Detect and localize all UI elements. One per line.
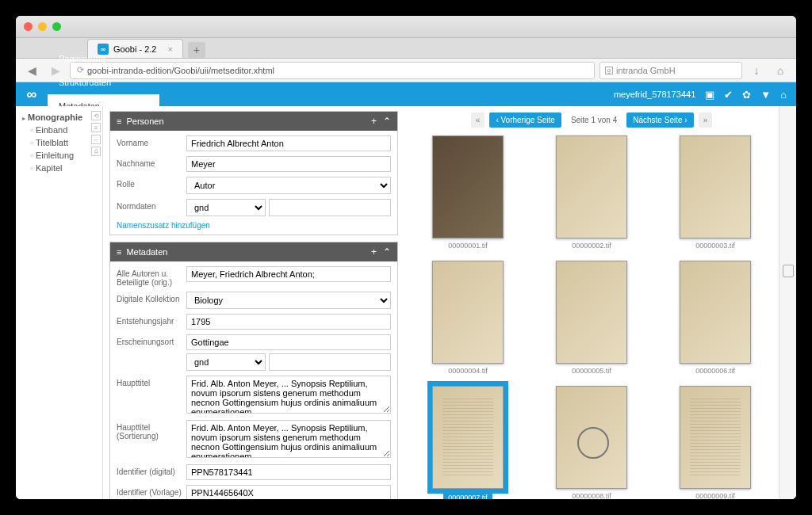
pager-info: Seite 1 von 4 — [566, 116, 622, 124]
forward-button[interactable]: ▶ — [46, 62, 65, 79]
browser-search-input[interactable]: g intranda GmbH — [599, 62, 742, 79]
autoren-input[interactable] — [186, 266, 391, 282]
thumbnail-image — [556, 261, 627, 364]
vorname-input[interactable] — [186, 135, 391, 151]
thumbnail[interactable]: 00000006.tif — [663, 261, 768, 375]
thumbnail[interactable]: 00000001.tif — [416, 135, 520, 250]
tab-close-icon[interactable]: × — [167, 44, 172, 54]
ort-norm-select[interactable]: gnd — [186, 353, 266, 371]
titlebar — [16, 16, 796, 38]
metadaten-panel: ≡ Metadaten +⌃ Alle Autoren u. Beteiligt… — [109, 242, 398, 499]
new-tab-button[interactable]: + — [188, 42, 205, 58]
pager-prev-button[interactable]: ‹ Vorherige Seite — [489, 113, 561, 128]
thumbnail[interactable]: 00000007.tif — [416, 386, 520, 499]
thumbnail-image — [556, 135, 627, 238]
thumbnail[interactable]: 00000002.tif — [539, 135, 644, 250]
tree-item[interactable]: ▫Einleitung — [19, 149, 99, 162]
thumbnail-gallery: « ‹ Vorherige Seite Seite 1 von 4 Nächst… — [404, 106, 779, 499]
pager-next-button[interactable]: Nächste Seite › — [626, 113, 693, 128]
image-icon[interactable]: ▣ — [705, 89, 714, 101]
pager-last-button[interactable]: » — [699, 113, 713, 128]
app-header: ∞ PaginierungStrukturdatenMetadatenAusta… — [16, 82, 796, 106]
thumbnail-label: 00000009.tif — [695, 492, 735, 499]
panel-header[interactable]: ≡ Metadaten +⌃ — [110, 242, 397, 261]
thumbnail-label: 00000002.tif — [572, 242, 611, 250]
thumbnail[interactable]: 00000004.tif — [416, 261, 520, 375]
id-vorlage-input[interactable] — [186, 485, 391, 499]
thumbnail[interactable]: 00000008.tif — [539, 386, 644, 499]
collapse-icon[interactable]: ⌃ — [383, 116, 391, 127]
normdaten-type-select[interactable]: gnd — [186, 199, 266, 216]
tree-action-icon[interactable]: ↔ — [91, 135, 101, 144]
minimize-window-icon[interactable] — [38, 22, 47, 31]
save-icon[interactable]: ▼ — [760, 89, 771, 101]
home-icon[interactable]: ⌂ — [771, 62, 790, 79]
pager: « ‹ Vorherige Seite Seite 1 von 4 Nächst… — [416, 113, 768, 128]
menu-icon: ≡ — [117, 116, 121, 126]
menu-icon: ≡ — [117, 247, 121, 257]
tree-action-icon[interactable]: ≡ — [91, 123, 101, 132]
nachname-input[interactable] — [186, 156, 391, 172]
thumbnail[interactable]: 00000005.tif — [539, 261, 644, 375]
bookmark-icon[interactable] — [783, 265, 794, 277]
maximize-window-icon[interactable] — [52, 22, 61, 31]
sortierung-textarea[interactable]: Frid. Alb. Anton Meyer, ... Synopsis Rep… — [186, 420, 391, 458]
thumbnail-label: 00000003.tif — [695, 242, 735, 250]
thumbnail-label: 00000004.tif — [448, 367, 488, 375]
thumbnail[interactable]: 00000009.tif — [663, 386, 768, 499]
thumbnail-label: 00000007.tif — [443, 492, 492, 499]
tree-root[interactable]: Monographie — [19, 111, 99, 124]
add-icon[interactable]: + — [371, 246, 377, 258]
add-name-suffix-link[interactable]: Namenszusatz hinzufügen — [117, 221, 391, 230]
ort-input[interactable] — [186, 334, 391, 350]
thumbnail-label: 00000006.tif — [695, 367, 735, 375]
pager-first-button[interactable]: « — [471, 113, 485, 128]
personen-panel: ≡ Personen +⌃ Vorname Nachname RolleAuto… — [109, 111, 398, 235]
tree-action-icon[interactable]: ⟲ — [91, 111, 101, 120]
metadata-forms: ≡ Personen +⌃ Vorname Nachname RolleAuto… — [103, 106, 404, 499]
gear-icon[interactable]: ✿ — [742, 89, 751, 101]
thumbnail-label: 00000001.tif — [448, 242, 488, 250]
browser-window: ∞ Goobi - 2.2 × + ◀ ▶ ⟳ goobi-intranda-e… — [16, 16, 796, 499]
right-strip — [779, 106, 796, 499]
thumbnail-image — [432, 135, 504, 238]
tree-item[interactable]: ▫Einband — [19, 124, 99, 136]
thumbnail-image — [680, 261, 751, 364]
download-icon[interactable]: ↓ — [747, 62, 766, 79]
haupttitel-textarea[interactable]: Frid. Alb. Anton Meyer, ... Synopsis Rep… — [186, 376, 391, 414]
kollektion-select[interactable]: Biology — [186, 292, 391, 309]
tree-item[interactable]: ▫Titelblatt — [19, 136, 99, 149]
panel-header[interactable]: ≡ Personen +⌃ — [110, 112, 397, 131]
home-icon[interactable]: ⌂ — [780, 89, 787, 101]
tree-action-icon[interactable]: ⎙ — [91, 147, 101, 156]
id-digital-input[interactable] — [186, 464, 391, 480]
thumbnail-label: 00000008.tif — [572, 492, 611, 499]
check-icon[interactable]: ✔ — [724, 89, 733, 101]
jahr-input[interactable] — [186, 314, 391, 330]
app-logo-icon[interactable]: ∞ — [16, 86, 48, 103]
thumbnail-image — [556, 386, 627, 489]
thumbnail-image — [680, 386, 751, 489]
add-icon[interactable]: + — [371, 116, 377, 127]
thumbnail-image — [680, 135, 751, 238]
thumbnail[interactable]: 00000003.tif — [663, 135, 768, 250]
back-button[interactable]: ◀ — [22, 62, 41, 79]
tree-item[interactable]: ▫Kapitel — [19, 162, 99, 174]
collapse-icon[interactable]: ⌃ — [383, 246, 391, 258]
structure-tree: Monographie ▫Einband▫Titelblatt▫Einleitu… — [16, 106, 103, 499]
thumbnail-image — [432, 386, 504, 489]
thumbnail-label: 00000005.tif — [572, 367, 611, 375]
thumbnail-image — [432, 261, 504, 364]
close-window-icon[interactable] — [24, 22, 33, 31]
rolle-select[interactable]: Autor — [186, 177, 391, 194]
username[interactable]: meyefrid_578173441 — [614, 90, 695, 99]
ort-norm-input[interactable] — [269, 353, 391, 371]
normdaten-input[interactable] — [269, 199, 391, 216]
